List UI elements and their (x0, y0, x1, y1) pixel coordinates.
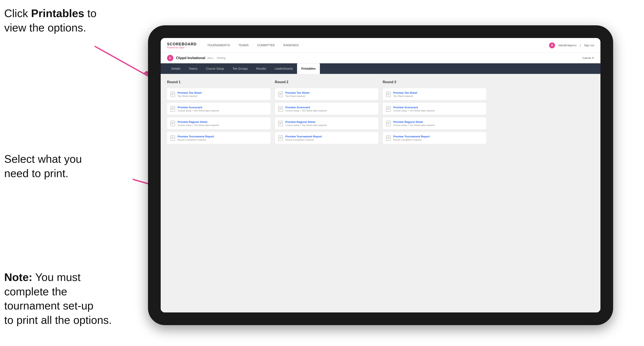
round2-scorecard-content: Preview Scorecard Course setup + Tee She… (286, 106, 327, 112)
round1-report-card: Preview Tournament Report Round Completi… (167, 132, 270, 144)
round1-tee-sheet-card: Preview Tee Sheet Tee Sheet required (167, 88, 270, 100)
round3-report-content: Preview Tournament Report Round Completi… (393, 135, 430, 141)
printables-bold: Printables (31, 7, 84, 19)
tab-details[interactable]: Details (167, 63, 184, 74)
round3-scorecard-title[interactable]: Preview Scorecard (393, 106, 434, 109)
round1-scorecard-card: Preview Scorecard Course setup + Tee She… (167, 103, 270, 115)
round2-report-title[interactable]: Preview Tournament Report (286, 135, 322, 138)
document-icon (278, 121, 283, 126)
round3-raguzzi-title[interactable]: Preview Raguzzi Sheet (393, 120, 434, 124)
nav-teams[interactable]: TEAMS (238, 43, 249, 47)
round3-tee-sheet-card: Preview Tee Sheet Tee Sheet required (383, 88, 486, 100)
round3-scorecard-card: Preview Scorecard Course setup + Tee She… (383, 103, 486, 115)
round1-raguzzi-card: Preview Raguzzi Sheet Course setup + Tee… (167, 117, 270, 129)
round2-report-card: Preview Tournament Report Round Completi… (275, 132, 378, 144)
round2-report-subtitle: Round Completion required (286, 139, 322, 141)
tournament-header: C Clippd Invitational (Men) Hosting Canc… (161, 53, 600, 63)
tournament-name: Clippd Invitational (176, 56, 205, 60)
document-icon (170, 106, 175, 112)
round2-raguzzi-title[interactable]: Preview Raguzzi Sheet (286, 120, 327, 124)
sign-out-link[interactable]: Sign out (584, 44, 594, 47)
round3-raguzzi-content: Preview Raguzzi Sheet Course setup + Tee… (393, 120, 434, 127)
nav-committee[interactable]: COMMITTEE (257, 43, 275, 47)
svg-rect-28 (278, 121, 283, 126)
sub-nav: Details Teams Course Setup Tee Groups Re… (161, 63, 600, 74)
round1-report-subtitle: Round Completion required (178, 139, 214, 141)
tab-teams[interactable]: Teams (184, 63, 202, 74)
svg-rect-8 (170, 106, 175, 111)
round2-report-content: Preview Tournament Report Round Completi… (286, 135, 322, 141)
round1-raguzzi-subtitle: Course setup + Tee Sheet data required (178, 124, 219, 127)
logo-sub: Powered by clippd (167, 46, 197, 49)
document-icon (170, 92, 175, 97)
document-icon (386, 106, 391, 112)
round2-raguzzi-card: Preview Raguzzi Sheet Course setup + Tee… (275, 117, 378, 129)
nav-rankings[interactable]: RANKINGS (283, 43, 299, 47)
document-icon (278, 106, 283, 112)
top-nav-links: TOURNAMENTS TEAMS COMMITTEE RANKINGS (207, 43, 549, 47)
tournament-logo-icon: C (167, 55, 173, 61)
tablet-device: SCOREBOARD Powered by clippd TOURNAMENTS… (148, 25, 613, 325)
tablet-screen: SCOREBOARD Powered by clippd TOURNAMENTS… (161, 38, 600, 313)
round2-scorecard-card: Preview Scorecard Course setup + Tee She… (275, 103, 378, 115)
round1-raguzzi-content: Preview Raguzzi Sheet Course setup + Tee… (178, 120, 219, 127)
document-icon (170, 135, 175, 141)
svg-rect-24 (278, 106, 283, 111)
tab-results[interactable]: Results (252, 63, 270, 74)
arrow-top-icon (82, 40, 156, 82)
round-3-title: Round 3 (383, 80, 486, 84)
tournament-status: Hosting (217, 57, 226, 59)
svg-rect-16 (170, 136, 175, 141)
round3-tee-sheet-title[interactable]: Preview Tee Sheet (393, 91, 417, 94)
round2-scorecard-subtitle: Course setup + Tee Sheet data required (286, 109, 327, 112)
document-icon (278, 92, 283, 97)
round1-scorecard-title[interactable]: Preview Scorecard (178, 106, 219, 109)
round2-tee-sheet-subtitle: Tee Sheet required (286, 95, 309, 97)
svg-rect-48 (386, 136, 390, 141)
instruction-bottom: Note: You mustcomplete thetournament set… (4, 270, 112, 327)
round1-tee-sheet-title[interactable]: Preview Tee Sheet (178, 91, 202, 94)
document-icon (170, 121, 175, 126)
tab-course-setup[interactable]: Course Setup (202, 63, 228, 74)
cancel-button[interactable]: Cancel ✕ (582, 56, 594, 59)
top-nav: SCOREBOARD Powered by clippd TOURNAMENTS… (161, 38, 600, 53)
svg-rect-12 (170, 121, 175, 126)
round-1-column: Round 1 Preview Tee Sheet Tee Sheet requ… (167, 80, 270, 306)
round1-report-content: Preview Tournament Report Round Completi… (178, 135, 214, 141)
document-icon (386, 135, 391, 141)
round3-report-card: Preview Tournament Report Round Completi… (383, 132, 486, 144)
round1-scorecard-content: Preview Scorecard Course setup + Tee She… (178, 106, 219, 112)
svg-rect-40 (386, 106, 390, 111)
svg-rect-32 (278, 136, 283, 141)
tab-leaderboards[interactable]: Leaderboards (270, 63, 297, 74)
round2-raguzzi-content: Preview Raguzzi Sheet Course setup + Tee… (286, 120, 327, 127)
user-email: blair@clippd.io (558, 44, 576, 47)
round-1-title: Round 1 (167, 80, 270, 84)
round-3-column: Round 3 Preview Tee Sheet Tee Sheet requ… (383, 80, 486, 306)
nav-tournaments[interactable]: TOURNAMENTS (207, 43, 230, 47)
tab-printables[interactable]: Printables (297, 63, 320, 74)
round1-report-title[interactable]: Preview Tournament Report (178, 135, 214, 138)
logo-title: SCOREBOARD (167, 42, 197, 46)
round1-scorecard-subtitle: Course setup + Tee Sheet data required (178, 109, 219, 112)
svg-rect-36 (386, 92, 390, 97)
content-area: Round 1 Preview Tee Sheet Tee Sheet requ… (161, 74, 600, 313)
round2-scorecard-title[interactable]: Preview Scorecard (286, 106, 327, 109)
svg-rect-20 (278, 92, 283, 97)
round3-scorecard-content: Preview Scorecard Course setup + Tee She… (393, 106, 434, 112)
document-icon (386, 92, 391, 97)
svg-line-0 (95, 46, 148, 76)
svg-rect-44 (386, 121, 390, 126)
round3-report-title[interactable]: Preview Tournament Report (393, 135, 430, 138)
round1-raguzzi-title[interactable]: Preview Raguzzi Sheet (178, 120, 219, 124)
round3-scorecard-subtitle: Course setup + Tee Sheet data required (393, 109, 434, 112)
round2-tee-sheet-title[interactable]: Preview Tee Sheet (286, 91, 309, 94)
separator: | (580, 44, 580, 47)
round3-tee-sheet-subtitle: Tee Sheet required (393, 95, 417, 97)
round3-raguzzi-subtitle: Course setup + Tee Sheet data required (393, 124, 434, 127)
instruction-middle: Select what youneed to print. (4, 152, 82, 180)
round2-raguzzi-subtitle: Course setup + Tee Sheet data required (286, 124, 327, 127)
round-2-column: Round 2 Preview Tee Sheet Tee Sheet requ… (275, 80, 378, 306)
top-nav-right: B blair@clippd.io | Sign out (549, 42, 594, 48)
tab-tee-groups[interactable]: Tee Groups (228, 63, 252, 74)
